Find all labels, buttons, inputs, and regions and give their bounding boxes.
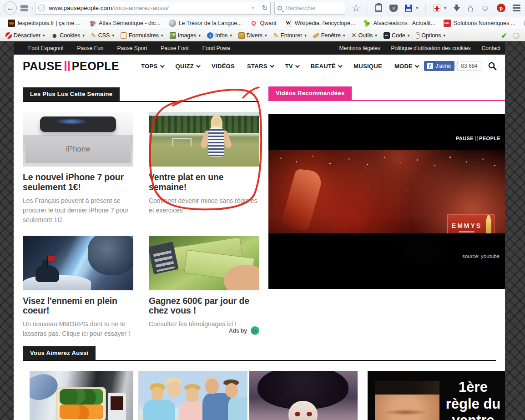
devbar-item-code[interactable]: Code▾ — [381, 31, 412, 40]
article-image[interactable] — [149, 112, 259, 167]
clipboard-icon — [121, 32, 127, 39]
video-player[interactable]: PAUSE PEOPLE EMMYS source: youtube — [268, 114, 505, 289]
url-text[interactable]: www.pausepeople.com/vous-aimerez-aussi/ — [49, 5, 250, 11]
facebook-like-widget: fJ'aime 83 684 — [424, 61, 481, 71]
article-title[interactable]: Ventre plat en une semaine! — [149, 172, 259, 192]
devbar-item-formulaires[interactable]: Formulaires▾ — [118, 31, 166, 40]
also-card-family[interactable] — [138, 371, 247, 420]
bookmark-item[interactable]: Le Trésor de la Langue... — [166, 18, 245, 28]
section-title: Vidéos Recommandées — [268, 86, 352, 100]
bookmark-item[interactable]: Atlas Sémantique - dic... — [86, 18, 163, 28]
devbar-item-css[interactable]: ✎CSS▾ — [88, 31, 117, 40]
devbar-item-divers[interactable]: Divers▾ — [236, 31, 270, 40]
devbar-item-options[interactable]: Options▾ — [413, 31, 448, 40]
also-card-vegetables[interactable] — [30, 371, 133, 420]
url-bar[interactable]: i www.pausepeople.com/vous-aimerez-aussi… — [35, 2, 259, 15]
validation-check-icon[interactable]: ✔ — [501, 31, 507, 40]
status-circle-icon[interactable] — [513, 33, 520, 39]
home-icon[interactable]: ⌂ — [467, 3, 473, 13]
chevron-down-icon: ▾ — [199, 33, 201, 38]
globe-favicon — [169, 20, 176, 27]
nav-item-videos[interactable]: VIDÉOS — [212, 63, 235, 70]
topbar-link-contact[interactable]: Contact — [482, 45, 500, 51]
devbar-item-images[interactable]: Images▾ — [167, 31, 204, 40]
nav-item-musique[interactable]: MUSIQUE — [353, 63, 382, 70]
most-read-section-header: Les Plus Lus Cette Semaine — [23, 87, 259, 102]
bookmark-item[interactable]: S&LSolutions Numériques ... — [440, 18, 519, 28]
downloads-icon[interactable] — [454, 7, 460, 11]
facebook-icon: f — [427, 63, 433, 69]
pocket-icon[interactable]: ∨ — [389, 5, 398, 12]
bookmark-item[interactable]: WWikipédia, l'encyclopé... — [282, 18, 358, 28]
videos-section-header: Vidéos Recommandées — [268, 86, 505, 101]
nav-item-beaute[interactable]: BEAUTÉ — [311, 63, 341, 70]
article-image[interactable] — [149, 236, 259, 290]
url-dropdown-icon[interactable]: ▾ — [250, 5, 256, 11]
video-watermark: PAUSE PEOPLE — [456, 136, 500, 141]
menu-hamburger-icon[interactable] — [513, 5, 520, 11]
url-path: /vous-aimerez-aussi/ — [112, 5, 169, 11]
article-card-mmorpg[interactable]: Visez l'ennemi en plein coeur! Un nouvea… — [23, 236, 133, 339]
bookmark-item[interactable]: Alsacréations : Actualit... — [360, 18, 439, 28]
chevron-down-icon: ▾ — [230, 33, 232, 38]
topbar-link-food-powa[interactable]: Food Powa — [202, 45, 230, 51]
chevron-down-icon: ▾ — [343, 33, 345, 38]
page-info-icon[interactable]: i — [38, 5, 45, 11]
chevron-separator-icon: › — [31, 5, 33, 11]
nav-item-tv[interactable]: TV — [285, 63, 298, 70]
nav-item-mode[interactable]: MODE — [394, 63, 418, 70]
also-card-wig[interactable] — [249, 371, 358, 420]
adchoices-icon[interactable]: ▷ — [251, 326, 259, 335]
chevron-down-icon: ▾ — [43, 33, 45, 38]
devbar-item-outils[interactable]: ✕Outils▾ — [348, 31, 379, 40]
topbar-link-foot-espagnol[interactable]: Foot Espagnol — [28, 45, 63, 51]
topbar-link-pause-fun[interactable]: Pause Fun — [77, 45, 103, 51]
article-card-ventre-plat[interactable]: Ventre plat en une semaine! Comment deve… — [149, 112, 259, 225]
article-title[interactable]: Gagnez 600€ par jour de chez vous ! — [149, 296, 259, 316]
bookmark-label: Alsacréations : Actualit... — [374, 20, 435, 26]
site-search-icon[interactable] — [488, 61, 497, 71]
facebook-like-button[interactable]: fJ'aime — [424, 61, 454, 71]
article-card-gagnez[interactable]: Gagnez 600€ par jour de chez vous ! Cons… — [149, 236, 259, 339]
topbar-link-mentions-legales[interactable]: Mentions légales — [339, 45, 380, 51]
bookmark-label: Solutions Numériques ... — [454, 20, 515, 26]
article-title[interactable]: Visez l'ennemi en plein coeur! — [23, 296, 133, 316]
addon-dropdown-icon[interactable]: ▾ — [444, 6, 446, 10]
bookmark-item[interactable]: lpplespetitspois.fr | ça me ... — [5, 18, 84, 28]
nav-item-quizz[interactable]: QUIZZ — [176, 63, 200, 70]
sn-favicon: S&L — [444, 20, 451, 27]
logo-bars-icon — [475, 136, 478, 141]
nav-item-stars[interactable]: STARS — [247, 63, 273, 70]
pinterest-icon[interactable]: p — [497, 4, 505, 12]
facebook-like-count: 83 684 — [457, 61, 481, 71]
addon-medic-icon[interactable] — [433, 5, 440, 12]
site-logo[interactable]: PAUSE PEOPLE — [23, 60, 119, 73]
topbar-link-politique-cookies[interactable]: Politique d'utilisation des cookies — [391, 45, 471, 51]
nav-item-tops[interactable]: TOPS — [141, 63, 163, 70]
bookmark-item[interactable]: Purify — [520, 18, 525, 28]
chevron-down-icon: ▾ — [112, 33, 114, 38]
devbar-item-fenetre[interactable]: Fenêtre▾ — [310, 31, 348, 40]
bookmark-item[interactable]: QQwant — [247, 18, 280, 28]
topbar-link-pause-foot[interactable]: Pause Foot — [161, 45, 188, 51]
article-title[interactable]: Le nouvel iPhone 7 pour seulement 1€! — [23, 172, 133, 192]
reload-button[interactable]: ↻ — [259, 2, 271, 15]
devbar-item-cookies[interactable]: ☻Cookies▾ — [49, 31, 87, 40]
back-button[interactable]: ← — [4, 1, 17, 15]
save-page-icon[interactable] — [405, 5, 412, 12]
devbar-item-entourer[interactable]: ✎Entourer▾ — [271, 31, 309, 40]
devbar-item-desactiver[interactable]: Désactiver▾ — [3, 31, 48, 40]
feedback-smiley-icon[interactable]: ☺ — [481, 4, 490, 12]
topbar-link-pause-sport[interactable]: Pause Sport — [117, 45, 147, 51]
clipboard-icon[interactable] — [375, 4, 382, 12]
article-image[interactable] — [23, 236, 133, 290]
also-card-ventre[interactable]: 1ère règle du ventre — [368, 371, 505, 420]
article-card-iphone[interactable]: iPhone Le nouvel iPhone 7 pour seulement… — [23, 112, 133, 225]
devbar-item-infos[interactable]: iInfos▾ — [204, 31, 235, 40]
save-dropdown-icon[interactable]: ▾ — [416, 6, 418, 10]
site-identity-icon[interactable] — [20, 5, 28, 11]
article-image[interactable]: iPhone — [23, 112, 133, 167]
chevron-down-icon — [160, 63, 165, 68]
bookmark-star-icon[interactable]: ☆ — [352, 3, 360, 13]
search-input[interactable] — [285, 5, 342, 11]
